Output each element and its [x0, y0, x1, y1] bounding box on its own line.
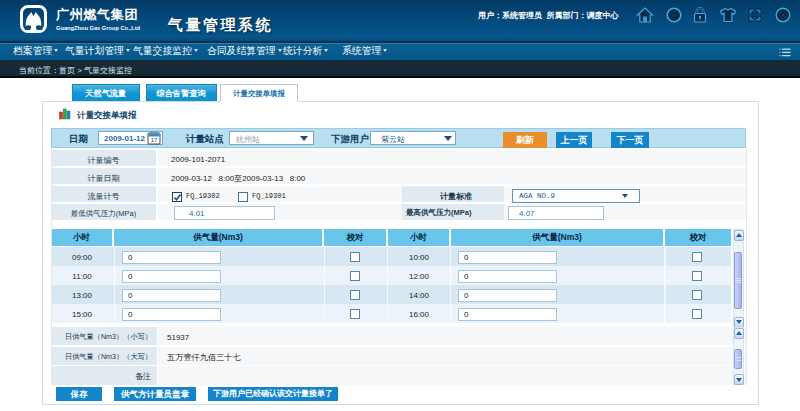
- svg-text:17: 17: [151, 137, 158, 143]
